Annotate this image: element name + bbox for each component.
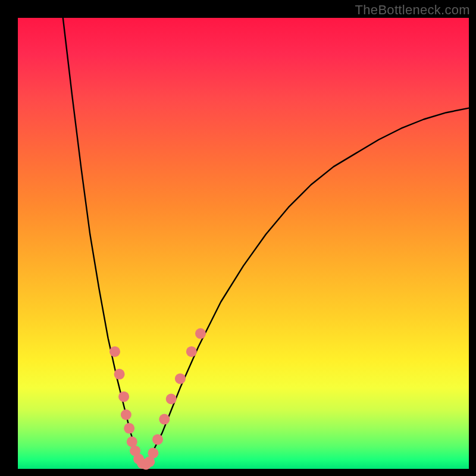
data-marker: [124, 423, 134, 434]
plot-area: [18, 18, 469, 469]
chart-stage: TheBottleneck.com: [0, 0, 476, 476]
marker-group: [109, 328, 206, 470]
data-marker: [118, 392, 129, 402]
data-marker: [109, 346, 120, 357]
data-marker: [114, 369, 125, 380]
data-marker: [166, 394, 177, 405]
chart-svg: [18, 18, 469, 469]
data-marker: [186, 346, 197, 357]
data-marker: [148, 448, 158, 459]
data-marker: [152, 434, 163, 445]
data-marker: [159, 414, 170, 425]
data-marker: [121, 409, 131, 420]
data-marker: [195, 328, 206, 339]
data-marker: [175, 373, 186, 384]
watermark-text: TheBottleneck.com: [355, 2, 470, 18]
